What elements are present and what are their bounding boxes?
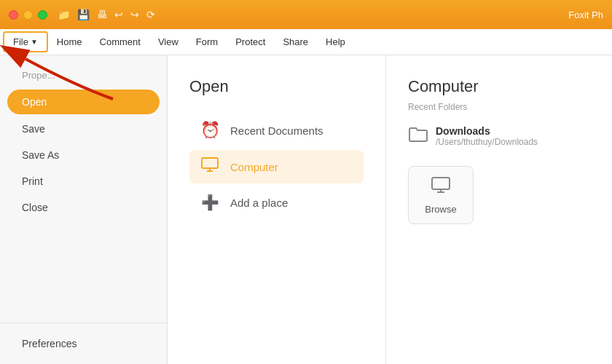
open-option-computer[interactable]: Computer: [189, 150, 364, 183]
folder-name: Downloads: [436, 125, 538, 137]
file-dropdown-arrow: ▼: [31, 38, 38, 46]
menu-comment[interactable]: Comment: [91, 33, 149, 51]
minimize-button[interactable]: [23, 10, 33, 20]
sidebar-item-close[interactable]: Close: [7, 195, 160, 220]
fullscreen-button[interactable]: [38, 10, 47, 20]
sidebar-item-properties[interactable]: Prope...: [7, 63, 160, 87]
folder-item-downloads[interactable]: Downloads /Users/thuthuy/Downloads: [408, 121, 590, 151]
open-panel: Open ⏰ Recent Documents Computer: [168, 55, 386, 364]
sidebar: Prope... Open Save Save As Print Close P…: [0, 55, 168, 364]
open-option-recent[interactable]: ⏰ Recent Documents: [189, 114, 364, 147]
browse-container: Browse: [408, 166, 590, 224]
sidebar-item-open[interactable]: Open: [7, 90, 160, 114]
menu-form[interactable]: Form: [187, 33, 227, 51]
sidebar-item-save[interactable]: Save: [7, 116, 160, 141]
refresh-icon[interactable]: ⟳: [146, 9, 155, 20]
app-title: Foxit Ph: [568, 9, 603, 20]
folder-icon[interactable]: 📁: [58, 9, 70, 20]
computer-icon: [200, 157, 220, 176]
print-icon[interactable]: 🖶: [97, 9, 107, 20]
menu-help[interactable]: Help: [317, 33, 354, 51]
redo-icon[interactable]: ↪: [130, 9, 139, 20]
menu-protect[interactable]: Protect: [227, 33, 274, 51]
content-area: Open ⏰ Recent Documents Computer: [168, 55, 612, 364]
save-icon[interactable]: 💾: [77, 9, 90, 20]
monitor-icon: [431, 176, 451, 198]
menu-share[interactable]: Share: [274, 33, 317, 51]
main-layout: Prope... Open Save Save As Print Close P…: [0, 55, 612, 364]
sidebar-item-preferences[interactable]: Preferences: [7, 331, 160, 356]
titlebar: 📁 💾 🖶 ↩ ↪ ⟳ Foxit Ph: [0, 0, 612, 29]
sidebar-item-save-as[interactable]: Save As: [7, 143, 160, 167]
folder-icon: [408, 125, 428, 147]
menu-file[interactable]: File ▼: [3, 31, 48, 52]
browse-label: Browse: [425, 204, 456, 215]
open-panel-title: Open: [189, 77, 364, 96]
undo-icon[interactable]: ↩: [114, 9, 123, 20]
clock-icon: ⏰: [200, 121, 220, 140]
browse-button[interactable]: Browse: [408, 166, 474, 224]
sidebar-divider: [0, 323, 167, 323]
toolbar-icons: 📁 💾 🖶 ↩ ↪ ⟳: [58, 9, 155, 20]
folder-info-downloads: Downloads /Users/thuthuy/Downloads: [436, 125, 538, 147]
menu-view[interactable]: View: [149, 33, 187, 51]
recent-folders-label: Recent Folders: [408, 102, 590, 112]
sidebar-item-print[interactable]: Print: [7, 169, 160, 194]
close-button[interactable]: [9, 10, 18, 20]
computer-panel-title: Computer: [408, 77, 590, 96]
svg-rect-0: [202, 158, 218, 168]
menubar: File ▼ Home Comment View Form Protect Sh…: [0, 29, 612, 55]
traffic-lights: [9, 10, 47, 20]
menu-home[interactable]: Home: [48, 33, 91, 51]
plus-icon: ➕: [200, 194, 220, 211]
svg-rect-3: [432, 178, 450, 189]
open-option-add-place[interactable]: ➕ Add a place: [189, 186, 364, 218]
folder-path: /Users/thuthuy/Downloads: [436, 137, 538, 147]
computer-panel: Computer Recent Folders Downloads /Users…: [386, 55, 612, 364]
